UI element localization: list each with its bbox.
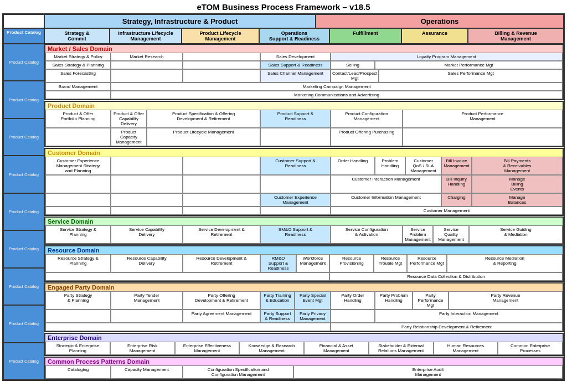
- domains: Market / Sales Domain Market Strategy & …: [44, 44, 564, 380]
- market-blank3: [183, 61, 260, 69]
- product-row-1: Product & OfferPortfolio Planning Produc…: [45, 110, 563, 128]
- sidebar-item-7[interactable]: Product Catalog: [3, 268, 44, 305]
- party-domain-title: Engaged Party Domain: [45, 283, 563, 291]
- sidebar-item-9[interactable]: Product Catalog: [3, 343, 44, 380]
- cust-blank12: [183, 207, 260, 215]
- party-support: Party Support& Readiness: [260, 310, 295, 323]
- market-strategy-policy: Market Strategy & Policy: [45, 53, 111, 61]
- party-agreement: Party Agreement Management: [183, 310, 260, 323]
- content-area: Product Catalog Product Catalog Product …: [3, 44, 564, 380]
- product-row-2: Product Capacity Management Product Life…: [45, 128, 563, 146]
- party-blank4: [45, 323, 331, 331]
- res-prov: ResourceProvisioning: [329, 254, 374, 272]
- sales-strategy: Sales Strategy & Planning: [45, 61, 111, 69]
- brand-mgmt: Brand Management: [45, 82, 111, 91]
- order-handling: Order Handling: [331, 157, 375, 175]
- product-lifecycle-mgmt: Product Lifecycle Management: [147, 128, 260, 146]
- smo-support: SM&O Support &Readiness: [260, 225, 331, 244]
- market-domain: Market / Sales Domain Market Strategy & …: [44, 44, 564, 100]
- resource-domain-title: Resource Domain: [45, 246, 563, 254]
- mktg-campaign: Marketing Campaign Management: [111, 82, 563, 91]
- cust-blank4: [111, 175, 183, 193]
- product-offering-purch: Product Offering Purchasing: [331, 128, 403, 146]
- res-trouble: ResourceTrouble Mgt: [374, 254, 407, 272]
- sidebar-item-4[interactable]: Product Catalog: [3, 156, 44, 193]
- cust-interact: Customer Interaction Management: [331, 175, 441, 193]
- svc-cap: Service CapabilityDelivery: [111, 225, 183, 244]
- party-tender: Party TenderManagement: [111, 291, 183, 310]
- product-support: Product Support &Readiness: [260, 110, 331, 128]
- sh-assurance: Assurance: [401, 28, 468, 44]
- product-offer-cap: Product & Offer Capability Delivery: [111, 110, 147, 128]
- resource-domain: Resource Domain Resource Strategy &Plann…: [44, 245, 564, 282]
- service-domain-title: Service Domain: [45, 218, 563, 225]
- service-rows: Service Strategy &Planning Service Capab…: [45, 225, 563, 244]
- party-rows: Party Strategy& Planning Party TenderMan…: [45, 291, 563, 331]
- sidebar-item-8[interactable]: Product Catalog: [3, 305, 44, 342]
- cust-info: Customer Information Management: [331, 193, 441, 207]
- market-row-5: Marketing Communications and Advertising: [45, 91, 563, 99]
- customer-rows: Customer ExperienceManagement Strategyan…: [45, 157, 563, 215]
- market-row-1: Market Strategy & Policy Market Research…: [45, 53, 563, 61]
- market-row-2: Sales Strategy & Planning Sales Support …: [45, 61, 563, 69]
- svc-config: Service Configuration& Activation: [331, 225, 403, 244]
- sales-development: Sales Development: [260, 53, 331, 61]
- res-cap: Resource CapabilityDelivery: [111, 254, 183, 272]
- cust-blank3: [45, 175, 111, 193]
- sales-perf: Sales Performance Mgt: [379, 69, 563, 82]
- common-domain: Common Process Patterns Domain Catalogin…: [44, 357, 564, 380]
- customer-row-2: Customer Interaction Management Bill Inq…: [45, 175, 563, 193]
- contact-lead: Contact/Lead/Prospect Mgt: [331, 69, 379, 82]
- party-strategy: Party Strategy& Planning: [45, 291, 111, 310]
- cust-blank9: [183, 193, 260, 207]
- ent-effect: Enterprise EffectivenessManagement: [175, 342, 240, 355]
- page-title: eTOM Business Process Framework – v18.5: [2, 2, 565, 12]
- product-blank2: [260, 128, 331, 146]
- sidebar-item-5[interactable]: Product Catalog: [3, 193, 44, 230]
- product-rows: Product & OfferPortfolio Planning Produc…: [45, 110, 563, 146]
- res-mediation: Resource Mediation& Reporting: [447, 254, 563, 272]
- enterprise-rows: Strategic & EnterprisePlanning Enterpris…: [45, 342, 563, 355]
- top-headers: Strategy, Infrastructure & Product Opera…: [3, 14, 564, 28]
- sidebar-item-3[interactable]: Product Catalog: [3, 118, 44, 156]
- enterprise-domain: Enterprise Domain Strategic & Enterprise…: [44, 333, 564, 356]
- main-container: eTOM Business Process Framework – v18.5 …: [0, 0, 567, 392]
- customer-row-4: Customer Management: [45, 207, 563, 215]
- ent-audit: Enterprise AuditManagement: [293, 365, 563, 379]
- cust-exp-plan: Customer ExperienceManagement Strategyan…: [45, 157, 111, 175]
- party-row-3: Party Relationship Development & Retirem…: [45, 323, 563, 331]
- res-dev: Resource Development &Retirement: [183, 254, 260, 272]
- common-rows: Cataloging Capacity Management Configura…: [45, 365, 563, 379]
- bill-inquiry: Bill InquiryHandling: [441, 175, 472, 193]
- cust-blank8: [111, 193, 183, 207]
- ent-risk: Enterprise RiskManagement: [110, 342, 175, 355]
- party-blank3: [331, 310, 375, 323]
- product-blank1: [45, 128, 111, 146]
- customer-row-3: Customer ExperienceManagement Customer I…: [45, 193, 563, 207]
- bill-payments: Bill Payments& ReceivablesManagement: [472, 157, 563, 175]
- market-domain-title: Market / Sales Domain: [45, 45, 563, 53]
- service-row-1: Service Strategy &Planning Service Capab…: [45, 225, 563, 244]
- sidebar-item-1[interactable]: Product Catalog: [3, 44, 44, 81]
- market-rows: Market Strategy & Policy Market Research…: [45, 53, 563, 99]
- sidebar-item-2[interactable]: Product Catalog: [3, 81, 44, 118]
- cataloging: Cataloging: [45, 365, 111, 379]
- bill-invoice: Bill InvoiceManagement: [441, 157, 472, 175]
- customer-domain-title: Customer Domain: [45, 149, 563, 157]
- common-domain-title: Common Process Patterns Domain: [45, 358, 563, 365]
- party-blank2: [111, 310, 183, 323]
- market-row-3: Sales Forecasting Sales Channel Manageme…: [45, 69, 563, 82]
- sh-ops: OperationsSupport & Readiness: [259, 28, 329, 44]
- sidebar: Product Catalog Product Catalog Product …: [3, 44, 44, 380]
- product-domain: Product Domain Product & OfferPortfolio …: [44, 101, 564, 147]
- party-special: Party SpecialEvent Mgt: [295, 291, 331, 310]
- resource-rows: Resource Strategy &Planning Resource Cap…: [45, 254, 563, 281]
- svc-guiding: Service Guiding& Mediation: [469, 225, 563, 244]
- party-training: Party Training& Education: [260, 291, 295, 310]
- sip-header: Strategy, Infrastructure & Product: [44, 14, 316, 28]
- sh-strategy: Strategy &Commit: [44, 28, 110, 44]
- enterprise-row-1: Strategic & EnterprisePlanning Enterpris…: [45, 342, 563, 355]
- party-domain: Engaged Party Domain Party Strategy& Pla…: [44, 282, 564, 332]
- capacity: Capacity Management: [111, 365, 183, 379]
- sidebar-item-6[interactable]: Product Catalog: [3, 230, 44, 267]
